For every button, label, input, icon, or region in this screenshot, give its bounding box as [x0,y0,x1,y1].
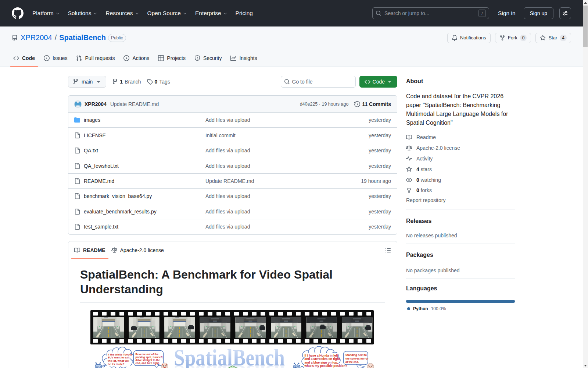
svg-text:If the white Toyota: If the white Toyota [108,353,132,356]
svg-text:end, and turn right.: end, and turn right. [136,361,159,365]
svg-text:and a Mercedes on right: and a Mercedes on right [305,357,340,361]
svg-text:what's my possible position?: what's my possible position? [304,364,347,368]
svg-text:SpatialBench: SpatialBench [174,360,285,368]
svg-text:SUV want to exit: SUV want to exit [108,356,130,359]
svg-text:If I have a Honda in left: If I have a Honda in left [305,354,338,357]
svg-text:at the end.: at the end. [345,360,359,364]
svg-text:be its route?: be its route? [108,362,125,366]
svg-text:and a blue sign on top,: and a blue sign on top, [305,361,338,364]
svg-text:Standing next to: Standing next to [345,353,367,357]
svg-text:the convex mirror: the convex mirror [345,357,369,360]
